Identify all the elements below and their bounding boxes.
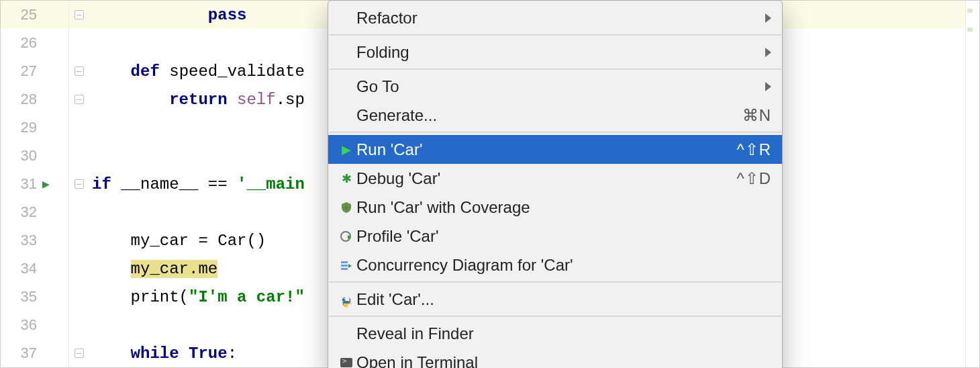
svg-marker-6 — [348, 264, 352, 268]
menu-label: Run 'Car' with Coverage — [356, 198, 771, 217]
line-number-gutter: 25 26 27 28 29 30 31 32 33 34 35 36 37 — [1, 1, 42, 367]
menu-label: Debug 'Car' — [356, 169, 736, 188]
menu-label: Generate... — [356, 106, 742, 125]
bug-icon: ✱ — [342, 171, 352, 186]
profile-icon — [336, 230, 356, 243]
menu-label: Edit 'Car'... — [356, 290, 771, 309]
submenu-arrow-icon — [765, 82, 771, 91]
line-number: 33 — [1, 226, 42, 255]
stripe-marker[interactable] — [967, 28, 973, 32]
menu-separator — [329, 132, 781, 133]
submenu-arrow-icon — [765, 13, 771, 23]
line-number: 26 — [1, 29, 42, 57]
menu-folding[interactable]: Folding — [328, 38, 782, 66]
line-number: 31 — [1, 170, 42, 198]
menu-separator — [329, 316, 781, 317]
menu-label: Concurrency Diagram for 'Car' — [356, 256, 771, 275]
submenu-arrow-icon — [765, 48, 771, 57]
menu-edit-run-config[interactable]: Edit 'Car'... — [328, 285, 782, 314]
line-number: 28 — [1, 85, 42, 113]
fold-toggle-icon[interactable] — [75, 66, 84, 76]
line-number: 25 — [1, 1, 42, 29]
menu-concurrency-diagram[interactable]: Concurrency Diagram for 'Car' — [328, 250, 782, 279]
line-number: 29 — [1, 113, 42, 142]
fold-toggle-icon[interactable] — [75, 179, 84, 189]
run-marker-gutter: ▶ — [42, 1, 69, 367]
run-icon: ▶ — [342, 142, 351, 157]
run-line-marker-icon[interactable]: ▶ — [42, 170, 68, 198]
line-number: 36 — [1, 311, 42, 339]
menu-shortcut: ^⇧D — [736, 169, 771, 188]
python-icon — [336, 293, 356, 306]
menu-reveal-in-finder[interactable]: Reveal in Finder — [328, 319, 782, 348]
menu-label: Folding — [356, 43, 765, 62]
menu-label: Go To — [356, 77, 765, 96]
svg-rect-3 — [341, 261, 348, 263]
menu-label: Reveal in Finder — [356, 324, 771, 343]
menu-label: Profile 'Car' — [356, 227, 771, 246]
terminal-icon — [340, 358, 352, 367]
concurrency-icon — [336, 259, 356, 272]
line-number: 35 — [1, 283, 42, 311]
menu-refactor[interactable]: Refactor — [328, 3, 782, 32]
fold-gutter — [69, 1, 89, 367]
svg-rect-4 — [341, 265, 348, 267]
line-number: 27 — [1, 57, 42, 85]
menu-separator — [329, 34, 781, 36]
menu-shortcut: ^⇧R — [736, 140, 771, 159]
editor-context-menu: Refactor Folding Go To Generate... ⌘N ▶ … — [328, 0, 783, 368]
menu-debug[interactable]: ✱ Debug 'Car' ^⇧D — [328, 164, 782, 193]
menu-shortcut: ⌘N — [742, 106, 771, 125]
stripe-marker[interactable] — [967, 9, 973, 13]
menu-separator — [329, 68, 781, 70]
menu-label: Open in Terminal — [356, 353, 771, 369]
menu-separator — [329, 281, 781, 283]
menu-label: Refactor — [356, 9, 765, 28]
menu-profile[interactable]: Profile 'Car' — [328, 222, 782, 250]
line-number: 32 — [1, 198, 42, 226]
line-number: 34 — [1, 255, 42, 283]
menu-run-with-coverage[interactable]: Run 'Car' with Coverage — [328, 193, 782, 222]
svg-rect-5 — [341, 268, 348, 270]
fold-toggle-icon[interactable] — [75, 95, 84, 104]
svg-point-8 — [348, 305, 349, 306]
fold-toggle-icon[interactable] — [75, 349, 84, 358]
coverage-icon — [336, 201, 356, 214]
svg-point-7 — [344, 297, 345, 299]
menu-label: Run 'Car' — [356, 140, 736, 159]
error-stripe[interactable] — [965, 1, 979, 367]
fold-toggle-icon[interactable] — [75, 10, 84, 19]
menu-run[interactable]: ▶ Run 'Car' ^⇧R — [328, 135, 782, 164]
menu-generate[interactable]: Generate... ⌘N — [328, 101, 782, 130]
menu-go-to[interactable]: Go To — [328, 72, 782, 101]
menu-open-in-terminal[interactable]: Open in Terminal — [328, 348, 782, 368]
line-number: 30 — [1, 142, 42, 170]
line-number: 37 — [1, 339, 42, 367]
